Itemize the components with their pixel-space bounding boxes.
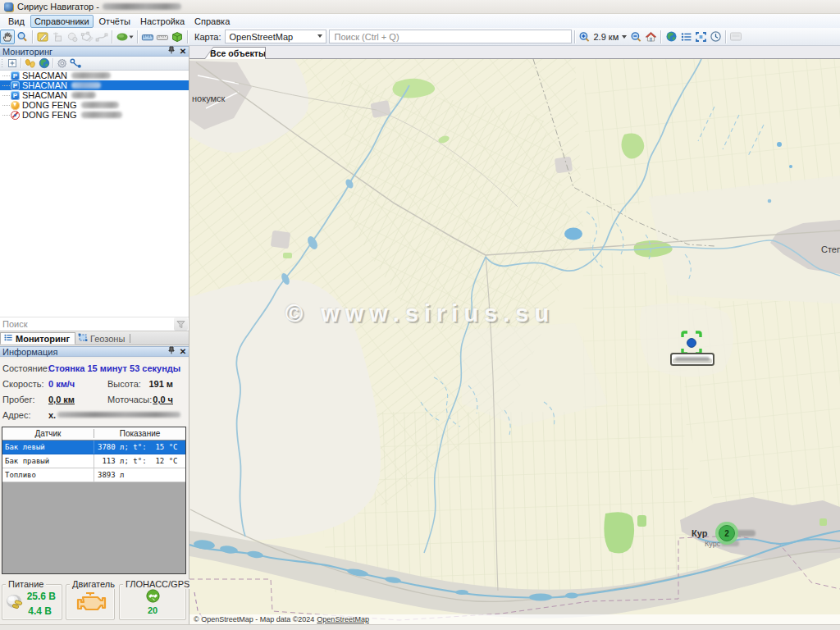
menu-directories[interactable]: Справочники	[30, 15, 94, 28]
sensor-row[interactable]: Бак правый 113 л; t°: 12 °C	[2, 454, 185, 468]
scale-dropdown-button[interactable]	[620, 30, 628, 44]
panel-tabs: Мониторинг Геозоны	[0, 332, 189, 345]
vehicle-name: SHACMAN	[22, 71, 67, 80]
history-button[interactable]	[708, 30, 723, 44]
close-icon[interactable]: ✕	[177, 347, 189, 357]
measure-distance-button[interactable]	[140, 30, 155, 44]
attribution-link[interactable]: OpenStreetMap	[317, 615, 369, 623]
track-color-button[interactable]	[115, 30, 135, 44]
power-group: Питание 25.6 В 4.4 В	[2, 584, 62, 620]
follow-button[interactable]	[23, 57, 37, 70]
filter-button[interactable]	[174, 317, 188, 331]
column-header-value[interactable]: Показание	[94, 429, 185, 438]
list-search-input[interactable]	[0, 319, 174, 329]
vehicle-row-selected[interactable]: P SHACMAN	[0, 80, 189, 90]
pond	[768, 199, 772, 203]
area-3d-button[interactable]	[170, 30, 185, 44]
tab-geozones[interactable]: Геозоны	[75, 332, 130, 345]
home-icon	[645, 31, 657, 43]
menu-view[interactable]: Вид	[4, 15, 29, 28]
globe-button[interactable]	[664, 30, 678, 44]
map-canvas[interactable]: нокумск Степн Кур Курс 2	[189, 59, 840, 630]
map-green	[604, 512, 634, 553]
pin-icon[interactable]	[166, 346, 177, 357]
title-bar[interactable]: Сириус Навигатор -	[0, 0, 840, 14]
state-value: Стоянка 15 минут 53 секунды	[48, 363, 180, 373]
menu-bar: Вид Справочники Отчёты Настройка Справка	[0, 14, 840, 28]
search-input[interactable]	[329, 30, 572, 43]
cluster-marker[interactable]: 2	[715, 522, 738, 545]
zoom-in-icon	[578, 31, 591, 43]
edit-polygon-button[interactable]	[80, 30, 94, 44]
vehicle-offline-icon	[11, 111, 20, 120]
message-icon	[729, 31, 742, 42]
zoom-out-button[interactable]	[628, 30, 643, 44]
hours-value[interactable]: 0,0 ч	[153, 395, 173, 404]
map-green	[637, 515, 646, 527]
zoom-tool-button[interactable]	[15, 30, 30, 44]
toolbar-separator	[137, 30, 138, 43]
tree-line	[2, 115, 10, 116]
expand-all-button[interactable]	[5, 57, 19, 70]
sensor-name: Топливо	[2, 468, 94, 482]
tree-line	[2, 75, 10, 76]
vehicle-parked-icon: P	[11, 91, 20, 100]
add-point-button[interactable]	[50, 30, 65, 44]
add-circle-button[interactable]	[65, 30, 80, 44]
altitude-value: 191 м	[148, 379, 173, 389]
vehicle-plate-redacted	[71, 82, 101, 89]
app-window: { "window": { "title": "Сириус Навигатор…	[0, 0, 840, 630]
edit-polyline-button[interactable]	[94, 30, 109, 44]
tab-monitoring[interactable]: Мониторинг	[0, 332, 75, 345]
address-label: Адрес:	[2, 410, 31, 420]
object-list-button[interactable]	[678, 30, 693, 44]
route-icon	[70, 58, 82, 69]
map-select[interactable]: OpenStreetMap	[225, 30, 326, 43]
gps-group: ГЛОНАСС/GPS 20	[119, 584, 186, 620]
vehicle-row[interactable]: DONG FENG	[0, 100, 189, 110]
power-main-value: 25.6 В	[27, 591, 56, 602]
tab-label: Геозоны	[90, 334, 125, 344]
sensor-name: Бак правый	[2, 454, 94, 468]
vehicle-plate-redacted	[81, 102, 119, 108]
toolbar-separator	[21, 58, 21, 68]
message-button[interactable]	[728, 30, 743, 44]
pin-icon[interactable]	[166, 46, 177, 57]
menu-reports[interactable]: Отчёты	[95, 15, 135, 28]
route-button[interactable]	[69, 57, 83, 70]
fit-objects-button[interactable]	[693, 30, 708, 44]
vehicle-plate-redacted	[71, 92, 96, 98]
toolbar-separator	[112, 30, 112, 43]
vehicle-row[interactable]: P SHACMAN	[0, 90, 189, 100]
vehicle-row[interactable]: P SHACMAN	[0, 71, 189, 80]
mileage-value[interactable]: 0,0 км	[48, 395, 75, 404]
show-on-map-button[interactable]	[37, 57, 51, 70]
edit-button[interactable]	[35, 30, 50, 44]
column-header-sensor[interactable]: Датчик	[2, 429, 94, 438]
monitoring-panel-title: Мониторинг	[0, 47, 166, 57]
footprints-icon	[25, 58, 36, 69]
sensor-row-selected[interactable]: Бак левый 3780 л; t°: 15 °C	[2, 441, 185, 454]
close-icon[interactable]: ✕	[177, 47, 189, 57]
gps-label: ГЛОНАСС/GPS	[123, 579, 192, 589]
menu-help[interactable]: Справка	[190, 15, 234, 28]
settings-button[interactable]	[55, 57, 69, 70]
map-tab-label: Все объекты	[205, 48, 265, 59]
village-polygon	[555, 157, 573, 174]
menu-settings[interactable]: Настройка	[136, 15, 189, 28]
engine-group: Двигатель	[66, 584, 115, 620]
pan-tool-button[interactable]	[0, 30, 15, 44]
map-tab-all-objects[interactable]: Все объекты	[204, 47, 266, 59]
vehicle-row[interactable]: DONG FENG	[0, 110, 189, 120]
hand-icon	[2, 31, 13, 43]
home-button[interactable]	[643, 30, 658, 44]
zoom-in-button[interactable]	[578, 30, 592, 44]
globe-icon	[665, 30, 678, 43]
engine-icon	[75, 591, 107, 615]
list-icon	[3, 333, 13, 344]
measure-ruler-button[interactable]	[155, 30, 170, 44]
sensor-row[interactable]: Топливо 3893 л	[2, 468, 185, 482]
village-polygon	[271, 231, 291, 249]
sensor-table: Датчик Показание Бак левый 3780 л; t°: 1…	[2, 427, 186, 574]
vehicle-name: DONG FENG	[22, 100, 77, 110]
